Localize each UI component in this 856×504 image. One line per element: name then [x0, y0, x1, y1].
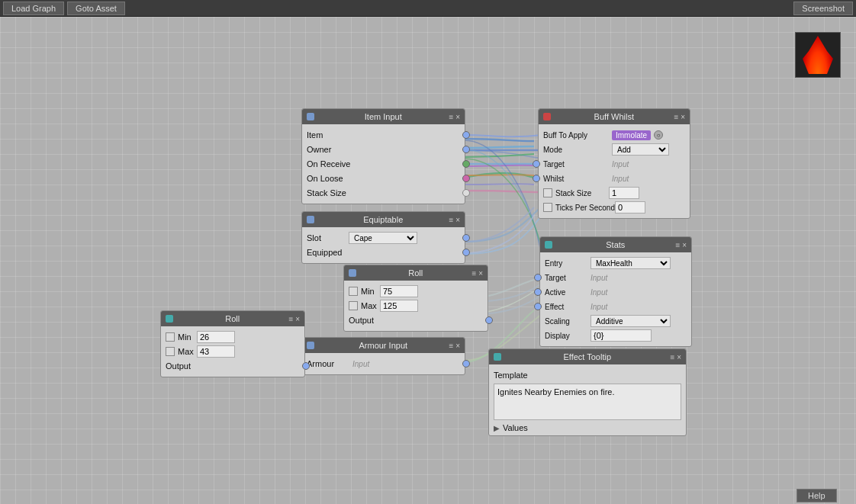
roll-right-output-port[interactable]: [485, 316, 493, 324]
mode-row: Mode Add: [543, 143, 685, 156]
buff-apply-row: Immolate ○: [612, 130, 663, 140]
roll-right-title: Roll: [359, 268, 472, 278]
armour-input-header: Armour Input ≡ ×: [302, 338, 465, 353]
slot-output-port[interactable]: [462, 234, 470, 242]
stats-effect-label: Effect: [545, 303, 591, 311]
roll-left-max-checkbox[interactable]: [166, 347, 175, 356]
help-button[interactable]: Help: [796, 489, 837, 502]
roll-right-max-input[interactable]: [380, 300, 418, 312]
stats-target-input-port[interactable]: [534, 274, 542, 281]
stats-active-input-port[interactable]: [534, 288, 542, 296]
roll-left-controls[interactable]: ≡ ×: [289, 315, 300, 323]
on-loose-label: On Loose: [307, 174, 343, 183]
on-receive-label: On Receive: [307, 159, 350, 169]
effect-tooltip-controls[interactable]: ≡ ×: [671, 353, 681, 361]
stack-size-output-port[interactable]: [462, 189, 470, 197]
owner-output-port[interactable]: [462, 146, 470, 153]
target-input-placeholder: Input: [612, 160, 629, 169]
stats-active-placeholder: Input: [591, 288, 607, 297]
buff-whilst-header: Buff Whilst ≡ ×: [539, 109, 690, 124]
roll-left-title: Roll: [176, 314, 289, 323]
roll-left-min-label: Min: [178, 332, 197, 342]
roll-right-min-input[interactable]: [380, 285, 418, 297]
goto-asset-button[interactable]: Goto Asset: [67, 2, 125, 15]
stats-icon: [545, 241, 552, 249]
roll-right-controls[interactable]: ≡ ×: [472, 269, 483, 278]
equipped-output-port[interactable]: [462, 249, 470, 256]
roll-left-header: Roll ≡ ×: [161, 311, 304, 326]
armour-input-controls[interactable]: ≡ ×: [449, 342, 460, 350]
stats-scaling-select[interactable]: Additive: [591, 315, 671, 327]
screenshot-button[interactable]: Screenshot: [793, 2, 853, 15]
ticks-per-second-input[interactable]: [615, 201, 645, 213]
roll-right-min-label: Min: [361, 287, 380, 296]
ticks-per-second-label: Ticks Per Second: [555, 204, 615, 212]
stats-entry-select[interactable]: MaxHealth: [591, 257, 671, 269]
load-graph-button[interactable]: Load Graph: [3, 2, 64, 15]
roll-left-output-port[interactable]: [302, 362, 310, 370]
on-receive-output-port[interactable]: [462, 160, 470, 168]
roll-right-node: Roll ≡ × Min Max Output: [343, 265, 488, 332]
stack-size-row: Stack Size: [307, 186, 460, 200]
toolbar: Load Graph Goto Asset Screenshot: [0, 0, 856, 17]
buff-circle-button[interactable]: ○: [654, 130, 663, 140]
equiptable-icon: [307, 216, 314, 223]
target-input-port[interactable]: [533, 160, 540, 168]
buff-stack-size-checkbox[interactable]: [543, 188, 552, 197]
item-input-icon: [307, 113, 314, 120]
item-input-body: Item Owner On Receive On Loose Stack Siz…: [302, 124, 465, 204]
stats-controls[interactable]: ≡ ×: [676, 241, 687, 249]
equiptable-header: Equiptable ≡ ×: [302, 212, 465, 227]
roll-right-max-checkbox[interactable]: [349, 301, 358, 310]
target-row: Target Input: [543, 157, 685, 171]
buff-whilst-icon: [543, 113, 551, 120]
item-output-port[interactable]: [462, 131, 470, 139]
on-loose-row: On Loose: [307, 172, 460, 185]
roll-left-output-label: Output: [166, 361, 191, 371]
slot-select[interactable]: Cape: [349, 232, 417, 244]
stats-entry-row: Entry MaxHealth: [545, 256, 687, 270]
stats-effect-input-port[interactable]: [534, 303, 542, 310]
armour-input-node: Armour Input ≡ × Armour Input: [301, 337, 465, 375]
buff-whilst-controls[interactable]: ≡ ×: [674, 113, 685, 121]
values-label: Values: [503, 423, 528, 432]
roll-left-max-row: Max: [166, 345, 300, 358]
whilst-input-placeholder: Input: [612, 175, 629, 183]
roll-left-body: Min Max Output: [161, 326, 304, 377]
owner-row: Owner: [307, 143, 460, 156]
whilst-input-port[interactable]: [533, 175, 540, 182]
item-input-node: Item Input ≡ × Item Owner On Receive On …: [301, 108, 465, 204]
stats-display-row: Display: [545, 329, 687, 342]
on-receive-row: On Receive: [307, 157, 460, 171]
armour-output-port[interactable]: [462, 360, 470, 368]
equipped-row: Equipped: [307, 246, 460, 259]
equiptable-controls[interactable]: ≡ ×: [449, 216, 460, 224]
mode-select[interactable]: Add: [612, 143, 669, 156]
buff-stack-size-input[interactable]: [609, 187, 639, 199]
slot-row: Slot Cape: [307, 231, 460, 245]
ticks-per-second-checkbox[interactable]: [543, 203, 552, 212]
roll-left-max-input[interactable]: [197, 345, 235, 358]
stats-active-row: Active Input: [545, 285, 687, 299]
effect-tooltip-header: Effect Tooltip ≡ ×: [489, 349, 686, 364]
stats-display-input[interactable]: [591, 329, 652, 342]
stats-target-row: Target Input: [545, 271, 687, 284]
buff-tag[interactable]: Immolate: [612, 130, 651, 140]
item-input-title: Item Input: [317, 112, 449, 121]
buff-whilst-title: Buff Whilst: [554, 112, 674, 121]
on-loose-output-port[interactable]: [462, 175, 470, 182]
buff-to-apply-label: Buff To Apply: [543, 131, 612, 140]
stats-target-placeholder: Input: [591, 274, 607, 282]
roll-left-max-label: Max: [178, 347, 197, 356]
roll-right-min-checkbox[interactable]: [349, 287, 358, 296]
item-input-controls[interactable]: ≡ ×: [449, 113, 460, 121]
roll-right-body: Min Max Output: [344, 281, 488, 331]
roll-left-min-checkbox[interactable]: [166, 332, 175, 342]
roll-left-output-row: Output: [166, 359, 300, 373]
whilst-label: Whilst: [543, 175, 612, 183]
roll-left-min-input[interactable]: [197, 331, 235, 343]
item-label: Item: [307, 130, 323, 140]
armour-input-title: Armour Input: [317, 341, 449, 350]
stats-effect-row: Effect Input: [545, 300, 687, 313]
effect-tooltip-body: Template Ignites Nearby Enemies on fire.…: [489, 364, 686, 435]
